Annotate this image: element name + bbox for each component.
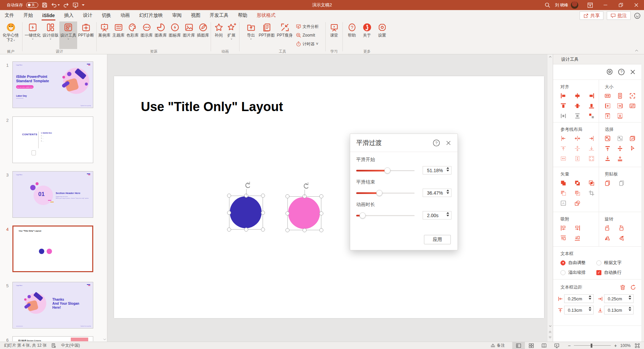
previous-slide-button[interactable]: [548, 328, 552, 334]
snapR-icon[interactable]: [575, 225, 580, 231]
resize-handle[interactable]: [244, 228, 248, 232]
margin-top-input[interactable]: 0.13cm: [564, 306, 594, 314]
slider-thumb[interactable]: [376, 190, 382, 196]
next-slide-button[interactable]: [548, 334, 552, 342]
ribbon-button-色彩库[interactable]: 色彩库: [125, 21, 140, 49]
ribbon-button-PPT瘦身[interactable]: PPT瘦身: [276, 21, 294, 49]
rotate-handle[interactable]: [301, 182, 308, 190]
ribbon-button-文件分析[interactable]: 文件分析: [294, 22, 321, 31]
slide-thumbnail-4[interactable]: Use "Title Only" Layout: [12, 226, 93, 272]
panel-close-icon[interactable]: [630, 69, 636, 75]
zoom-level[interactable]: 100%: [620, 343, 631, 348]
apply-button[interactable]: 应用: [424, 235, 451, 244]
layerBars-icon[interactable]: [617, 156, 623, 161]
resize-handle[interactable]: [227, 211, 231, 215]
selSim-icon[interactable]: [617, 136, 623, 141]
alignL-icon[interactable]: [560, 93, 566, 99]
tab-形状格式[interactable]: 形状格式: [252, 10, 280, 21]
cursor-icon[interactable]: [630, 146, 635, 151]
comments-button[interactable]: 批注: [607, 11, 631, 20]
tab-文件[interactable]: 文件: [0, 10, 19, 21]
pink-circle-selection[interactable]: [287, 196, 321, 230]
snapT-icon[interactable]: [560, 235, 566, 241]
ribbon-button-帮助[interactable]: ?帮助: [344, 21, 360, 49]
gC-icon[interactable]: [575, 136, 580, 141]
boolUnion-icon[interactable]: [560, 180, 566, 186]
radio-自由调整[interactable]: [560, 260, 566, 265]
rotR-icon[interactable]: [619, 225, 624, 231]
cropIc-icon[interactable]: [589, 190, 594, 196]
margin-bottom-input[interactable]: 0.13cm: [604, 306, 634, 314]
slide-canvas[interactable]: Use "Title Only" Layout: [114, 76, 544, 318]
alignR-icon[interactable]: [589, 93, 594, 99]
spinner[interactable]: [629, 307, 631, 311]
view-reading-button[interactable]: [538, 342, 550, 349]
gB-icon[interactable]: [589, 146, 594, 151]
resize-handle[interactable]: [285, 194, 289, 198]
swapH-icon[interactable]: [630, 103, 635, 109]
radio-溢出缩排[interactable]: [560, 270, 566, 275]
restore-button[interactable]: [613, 0, 629, 10]
distH-icon[interactable]: [560, 113, 566, 119]
view-sorter-button[interactable]: [525, 342, 538, 349]
autosave-toggle[interactable]: 关: [26, 2, 38, 8]
spinner[interactable]: [629, 295, 631, 300]
flipH-icon[interactable]: [604, 235, 610, 241]
boxArrowH-icon[interactable]: [605, 93, 610, 99]
alignCV-icon[interactable]: [575, 103, 580, 109]
thumbnail-scroll-down-icon[interactable]: [103, 338, 106, 341]
ribbon-button-主题库[interactable]: 主题库: [111, 21, 125, 49]
ribbon-button-图标库[interactable]: 图标库: [168, 21, 182, 49]
selAll-icon[interactable]: [605, 136, 610, 141]
boolSubtract-icon[interactable]: [560, 190, 566, 196]
notes-toggle[interactable]: 备注: [490, 343, 505, 348]
zoom-in-button[interactable]: +: [614, 343, 617, 348]
view-normal-button[interactable]: [512, 342, 525, 349]
spinner[interactable]: [446, 212, 449, 216]
ribbon-button-扩展[interactable]: 扩展˅: [225, 21, 238, 49]
tab-动画[interactable]: 动画: [116, 10, 135, 21]
spinner[interactable]: [446, 167, 449, 171]
language-indicator[interactable]: 中文(中国): [61, 343, 80, 348]
boolCombine-icon[interactable]: [575, 180, 580, 186]
tab-开始[interactable]: 开始: [19, 10, 38, 21]
resize-handle[interactable]: [227, 228, 231, 232]
tab-帮助[interactable]: 帮助: [233, 10, 252, 21]
tab-切换[interactable]: 切换: [97, 10, 116, 21]
tab-审阅[interactable]: 审阅: [167, 10, 186, 21]
ribbon-button-ZoomIt[interactable]: ZoomIt: [294, 31, 321, 40]
ribbon-button-设计排版[interactable]: 设计排版˅: [42, 21, 59, 49]
layerTop-icon[interactable]: [605, 146, 610, 151]
panel-help-icon[interactable]: ?: [618, 68, 625, 76]
slide-thumbnail-6[interactable]: 设计标准 Design Criteria: [12, 336, 93, 341]
panel-settings-icon[interactable]: [606, 68, 613, 76]
slider-thumb[interactable]: [384, 167, 390, 173]
dialog-help-icon[interactable]: ?: [433, 139, 440, 147]
dotR-icon[interactable]: [617, 103, 623, 109]
rotate-handle[interactable]: [243, 182, 250, 189]
layerBot-icon[interactable]: [605, 156, 610, 161]
resize-handle[interactable]: [285, 228, 289, 232]
resize-handle[interactable]: [261, 194, 265, 198]
slide-thumbnail-2[interactable]: CONTENTS 1. Subtitle Here2. ...3. ...4. …: [12, 116, 93, 163]
tab-插入[interactable]: 插入: [59, 10, 78, 21]
spinner[interactable]: [589, 295, 591, 300]
blue-circle-selection[interactable]: [229, 196, 263, 230]
alignT-icon[interactable]: [560, 103, 566, 109]
ribbon-button-插图库[interactable]: 插图库: [196, 21, 210, 49]
spinner[interactable]: [589, 307, 591, 311]
scroll-down-icon[interactable]: [549, 323, 552, 328]
ribbon-button-图示库[interactable]: 图示库: [140, 21, 154, 49]
distV-icon[interactable]: [575, 113, 580, 119]
value-input-平滑开始[interactable]: 51.18%: [423, 166, 451, 174]
tab-设计[interactable]: 设计: [78, 10, 97, 21]
spinner[interactable]: [446, 190, 449, 194]
start-slideshow-icon[interactable]: [72, 2, 78, 8]
ribbon-button-课堂[interactable]: 课堂: [327, 21, 341, 49]
redo-icon[interactable]: [63, 2, 69, 8]
ribbon-button-设置[interactable]: 设置: [375, 21, 390, 49]
dialog-close-icon[interactable]: [445, 140, 451, 146]
dotL-icon[interactable]: [605, 103, 610, 109]
ribbon-display-icon[interactable]: [582, 0, 598, 10]
zoom-out-button[interactable]: −: [568, 343, 571, 348]
